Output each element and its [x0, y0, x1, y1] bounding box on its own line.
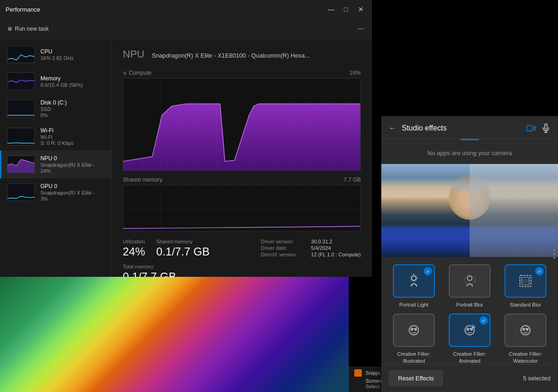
- npu-thumbnail: [7, 156, 35, 173]
- gpu-info: GPU 0 Snapdragon(R) X Elite - 3%: [40, 183, 95, 202]
- camera-preview: [381, 164, 558, 257]
- portrait-blur-tile: Portrait Blur: [445, 264, 495, 308]
- wifi-sub2: S: 0 R: 0 Kbps: [40, 140, 73, 146]
- memory-chart-grid: [123, 185, 360, 231]
- disk-sub2: 0%: [40, 112, 67, 118]
- wallpaper: [0, 277, 349, 392]
- run-new-task-icon: ⊕: [7, 26, 12, 32]
- driver-version-value: 30.0.31.2: [311, 239, 332, 244]
- creative-illustrated-button[interactable]: [393, 314, 435, 347]
- driver-date-value: 5/4/2024: [311, 245, 331, 251]
- memory-name: Memory: [40, 75, 83, 82]
- more-options-button[interactable]: ···: [358, 24, 365, 33]
- sm-value: 0.1/7.7 GB: [156, 245, 210, 258]
- wifi-name: Wi-Fi: [40, 127, 73, 134]
- svg-point-16: [415, 328, 417, 330]
- npu-sub1: Snapdragon(R) X Elite -: [40, 162, 95, 168]
- portrait-blur-label: Portrait Blur: [456, 301, 483, 308]
- driver-details: Driver version: 30.0.31.2 Driver date: 5…: [261, 239, 361, 257]
- compute-label: ∨ Compute: [123, 70, 152, 76]
- svg-point-14: [409, 326, 418, 335]
- utilization-label: Utilization: [123, 239, 145, 244]
- device-name: Snapdragon(R) X Elite - X1E80100 - Qualc…: [152, 52, 310, 59]
- window-controls: — □ ✕: [326, 4, 366, 15]
- scroll-dot-2: [553, 253, 555, 255]
- minimize-button[interactable]: —: [326, 4, 337, 15]
- sidebar-item-disk[interactable]: Disk 0 (C:) SSD 0%: [0, 95, 111, 123]
- standard-blur-tile: ✓ Standard Blur: [500, 264, 551, 308]
- effects-grid: ✓ Portrait Light Portrait Blur: [381, 257, 558, 364]
- svg-point-22: [521, 326, 530, 335]
- preview-bg-person: [470, 164, 558, 257]
- sidebar-item-cpu[interactable]: CPU 16% 2.82 GHz: [0, 41, 111, 68]
- creative-watercolor-tile: Creative Filter: Watercolor: [500, 314, 551, 364]
- mic-icon-button[interactable]: [541, 124, 551, 133]
- sidebar-item-memory[interactable]: Memory 8.6/15.4 GB (56%): [0, 68, 111, 95]
- studio-back-button[interactable]: ←: [389, 124, 396, 132]
- driver-date-label: Driver date:: [261, 245, 307, 251]
- creative-watercolor-label: Creative Filter: Watercolor: [500, 351, 551, 364]
- wifi-info: Wi-Fi Wi-Fi S: 0 R: 0 Kbps: [40, 127, 73, 146]
- portrait-blur-button[interactable]: [449, 264, 491, 298]
- stats-row: Utilization 24% Shared memory 0.1/7.7 GB…: [123, 239, 361, 258]
- studio-header: ← Studio effects: [381, 116, 558, 139]
- creative-watercolor-button[interactable]: [505, 314, 546, 347]
- portrait-light-check: ✓: [424, 267, 432, 275]
- sidebar-item-wifi[interactable]: Wi-Fi Wi-Fi S: 0 R: 0 Kbps: [0, 123, 111, 150]
- camera-icon-button[interactable]: [526, 124, 536, 133]
- task-manager-window: Performance — □ ✕ ⊕ Run new task ···: [0, 0, 372, 277]
- svg-point-23: [523, 328, 525, 330]
- standard-blur-label: Standard Blur: [510, 301, 541, 308]
- memory-info: Memory 8.6/15.4 GB (56%): [40, 75, 83, 88]
- main-content: NPU Snapdragon(R) X Elite - X1E80100 - Q…: [112, 39, 372, 277]
- compute-arrow: ∨: [123, 70, 127, 76]
- toolbar: ⊕ Run new task ···: [0, 19, 372, 39]
- device-header: NPU Snapdragon(R) X Elite - X1E80100 - Q…: [123, 48, 361, 60]
- sidebar-item-npu[interactable]: NPU 0 Snapdragon(R) X Elite - 24%: [0, 150, 111, 178]
- reset-effects-button[interactable]: Reset Effects: [389, 370, 443, 386]
- svg-rect-11: [522, 277, 529, 285]
- preview-bg: [381, 164, 558, 257]
- directx-row: DirectX version: 12 (FL 1.0 : Compute): [261, 252, 361, 257]
- compute-percent: 24%: [350, 70, 361, 76]
- run-new-task-label: Run new task: [15, 26, 49, 32]
- svg-point-15: [411, 328, 413, 330]
- shared-memory-value: 7.7 GB: [344, 176, 361, 183]
- chart-grid: [123, 78, 360, 170]
- run-new-task-button[interactable]: ⊕ Run new task: [7, 26, 49, 32]
- scroll-dot-1: [553, 249, 555, 251]
- shared-memory-label: Shared memory: [123, 176, 162, 183]
- close-button[interactable]: ✕: [355, 4, 366, 15]
- utilization-value: 24%: [123, 245, 145, 258]
- studio-title: Studio effects: [402, 124, 521, 132]
- scroll-dot-3: [553, 257, 555, 259]
- sidebar-item-gpu[interactable]: GPU 0 Snapdragon(R) X Elite - 3%: [0, 178, 111, 206]
- svg-point-19: [471, 328, 472, 330]
- wifi-thumbnail: [7, 128, 35, 145]
- disk-sub1: SSD: [40, 106, 67, 112]
- cpu-sub: 16% 2.82 GHz: [40, 55, 74, 61]
- titlebar: Performance — □ ✕: [0, 0, 372, 19]
- memory-thumbnail: [7, 72, 35, 90]
- creative-animated-tile: ▶ ✓ Creative Filter: Animated: [445, 314, 495, 364]
- cpu-thumbnail: [7, 46, 35, 63]
- compute-header: ∨ Compute 24%: [123, 70, 361, 76]
- cpu-info: CPU 16% 2.82 GHz: [40, 48, 74, 61]
- device-type: NPU: [123, 48, 144, 60]
- svg-rect-2: [527, 125, 533, 131]
- standard-blur-check: ✓: [535, 267, 544, 275]
- directx-label: DirectX version:: [261, 252, 307, 257]
- svg-marker-0: [7, 160, 34, 173]
- gpu-sub2: 3%: [40, 196, 95, 202]
- shared-memory-header: Shared memory 7.7 GB: [123, 176, 361, 183]
- total-memory-block: Total memory 0.1/7.7 GB: [123, 264, 361, 277]
- standard-blur-button[interactable]: ✓: [505, 264, 546, 298]
- portrait-light-button[interactable]: ✓: [393, 264, 435, 298]
- memory-sub: 8.6/15.4 GB (56%): [40, 82, 83, 88]
- maximize-button[interactable]: □: [340, 4, 352, 15]
- shared-memory-block: Shared memory 0.1/7.7 GB: [156, 239, 210, 258]
- window-title: Performance: [6, 6, 40, 13]
- sm-label: Shared memory: [156, 239, 210, 244]
- creative-animated-button[interactable]: ▶ ✓: [449, 314, 491, 347]
- snip-icon: [354, 369, 362, 377]
